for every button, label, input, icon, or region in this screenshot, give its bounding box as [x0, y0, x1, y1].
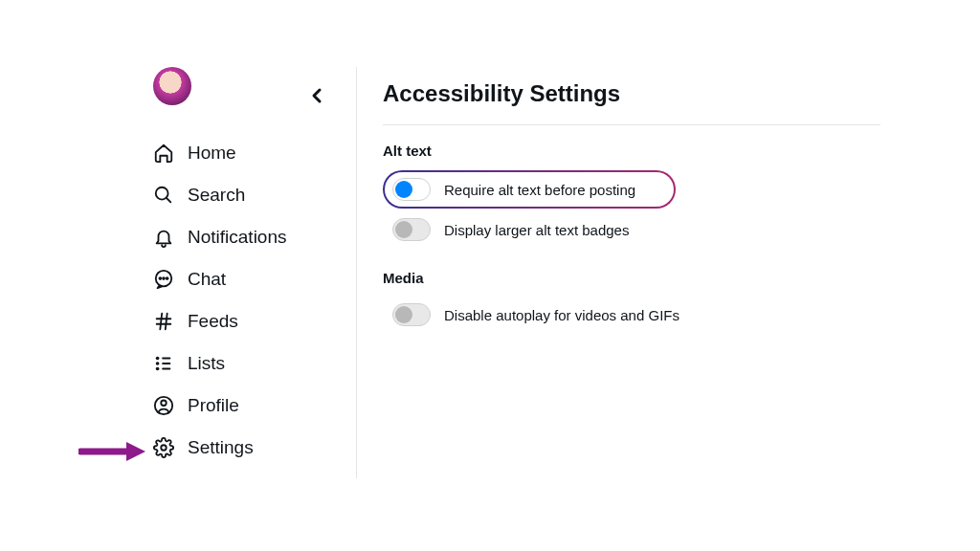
- page-title: Accessibility Settings: [383, 80, 880, 125]
- section-title: Alt text: [383, 143, 880, 159]
- search-icon: [153, 184, 174, 207]
- highlighted-setting: Require alt text before posting: [383, 170, 676, 209]
- toggle-knob: [395, 221, 412, 238]
- svg-point-14: [156, 367, 160, 371]
- annotation-arrow: [78, 440, 145, 463]
- sidebar-item-label: Feeds: [188, 311, 238, 332]
- home-icon: [153, 142, 174, 165]
- setting-label: Disable autoplay for videos and GIFs: [444, 307, 679, 323]
- hash-icon: [153, 310, 174, 333]
- sidebar-item-label: Lists: [188, 353, 225, 374]
- svg-line-8: [160, 314, 162, 330]
- vertical-divider: [356, 67, 357, 478]
- svg-line-1: [167, 198, 171, 203]
- sidebar-item-label: Notifications: [188, 227, 287, 248]
- svg-point-5: [167, 277, 168, 279]
- avatar[interactable]: [153, 67, 191, 105]
- setting-label: Require alt text before posting: [444, 182, 635, 198]
- sidebar-item-label: Settings: [188, 437, 254, 458]
- svg-rect-13: [162, 363, 170, 364]
- svg-point-3: [159, 277, 161, 279]
- svg-point-10: [156, 357, 160, 361]
- arrow-right-icon: [78, 440, 145, 463]
- svg-point-4: [163, 277, 165, 279]
- bell-icon: [153, 226, 174, 249]
- sidebar-item-lists[interactable]: Lists: [153, 342, 211, 385]
- svg-line-9: [166, 314, 167, 330]
- sidebar-item-label: Profile: [188, 395, 239, 416]
- chevron-left-icon: [305, 84, 328, 107]
- sidebar-item-label: Search: [188, 185, 245, 206]
- svg-rect-11: [162, 358, 170, 360]
- sidebar-item-notifications[interactable]: Notifications: [153, 216, 211, 258]
- section-media: Media Disable autoplay for videos and GI…: [383, 270, 880, 332]
- sidebar-item-chat[interactable]: Chat: [153, 258, 211, 300]
- sidebar-item-label: Chat: [188, 269, 226, 290]
- svg-point-17: [161, 401, 167, 407]
- svg-rect-15: [162, 368, 170, 370]
- lists-icon: [153, 352, 174, 375]
- svg-point-18: [161, 445, 167, 451]
- toggle-larger-badges[interactable]: [392, 218, 431, 241]
- sidebar: Home Search Notifications Chat: [0, 67, 211, 551]
- main-content: Accessibility Settings Alt text Require …: [383, 67, 880, 551]
- setting-larger-badges: Display larger alt text badges: [383, 212, 880, 247]
- toggle-require-alt-text[interactable]: [392, 178, 431, 201]
- setting-label: Display larger alt text badges: [444, 222, 629, 238]
- svg-marker-20: [126, 442, 145, 461]
- toggle-knob: [395, 181, 412, 198]
- setting-disable-autoplay: Disable autoplay for videos and GIFs: [383, 298, 880, 332]
- svg-point-12: [156, 362, 160, 365]
- chat-icon: [153, 268, 174, 291]
- sidebar-item-search[interactable]: Search: [153, 174, 211, 216]
- sidebar-item-settings[interactable]: Settings: [153, 427, 211, 469]
- sidebar-item-home[interactable]: Home: [153, 132, 211, 174]
- back-button[interactable]: [301, 80, 332, 111]
- toggle-knob: [395, 306, 412, 323]
- toggle-disable-autoplay[interactable]: [392, 303, 431, 326]
- sidebar-item-label: Home: [188, 143, 236, 164]
- sidebar-item-profile[interactable]: Profile: [153, 385, 211, 427]
- profile-icon: [153, 394, 174, 417]
- section-title: Media: [383, 270, 880, 286]
- gear-icon: [153, 436, 174, 459]
- section-alt-text: Alt text Require alt text before posting…: [383, 143, 880, 247]
- sidebar-item-feeds[interactable]: Feeds: [153, 300, 211, 342]
